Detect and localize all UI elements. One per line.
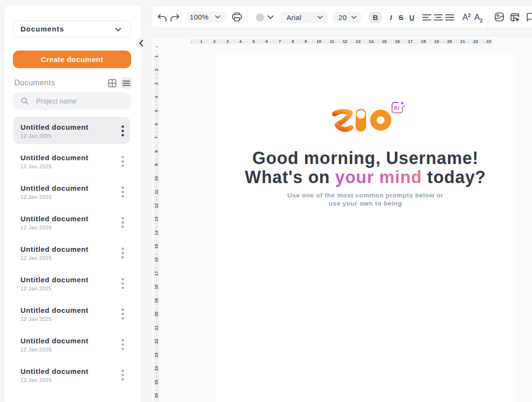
svg-text:AI: AI [394, 105, 399, 111]
